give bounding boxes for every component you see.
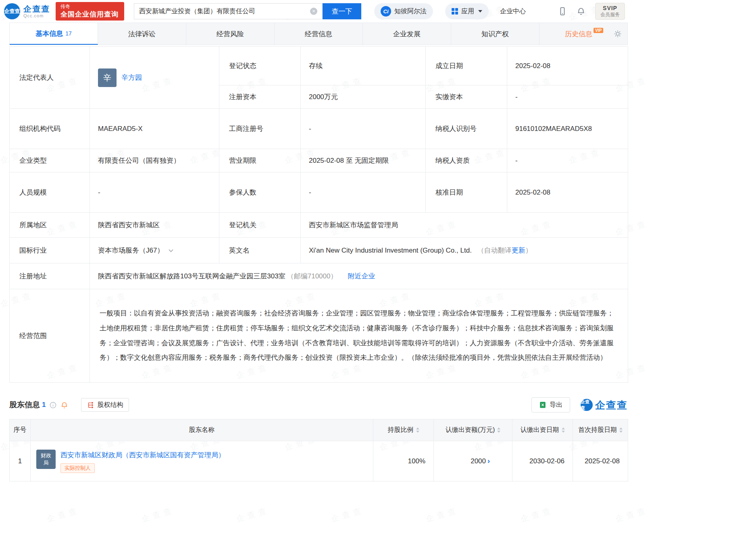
zhibi-icon: Ci (381, 6, 391, 17)
value-establishment-date: 2025-02-08 (507, 47, 628, 85)
shareholders-title: 股东信息 (9, 400, 40, 410)
nearby-companies-link[interactable]: 附近企业 (348, 271, 375, 282)
col-index: 序号 (10, 419, 31, 441)
sort-icon[interactable] (562, 427, 565, 433)
label-taxpayer-qualification: 纳税人资质 (426, 149, 507, 172)
auto-translate-note: （自动翻译 (477, 245, 512, 256)
notification-bell-icon[interactable] (577, 7, 585, 16)
shareholders-section: 股东信息 1 (0, 397, 631, 481)
value-region: 陕西省西安市新城区 (90, 213, 219, 238)
shareholders-header: 股东信息 1 (9, 397, 628, 413)
subscribed-date: 2030-02-06 (512, 441, 573, 481)
enterprise-center-link[interactable]: 企业中心 (500, 7, 526, 16)
col-first-hold-date[interactable]: 首次持股日期 (573, 419, 628, 441)
label-registered-address: 注册地址 (10, 263, 90, 289)
label-insured-count: 参保人数 (219, 172, 301, 213)
shareholder-avatar[interactable]: 财政局 (36, 450, 56, 469)
col-subscribed-amount[interactable]: 认缴出资额(万元) (434, 419, 512, 441)
qcc-page: 企查查 企查查 Qcc.com 传奇 全国企业信用查询 × 查一下 Ci 知彼阿… (0, 0, 631, 481)
promo-tagline: 传奇 (60, 4, 119, 10)
value-legal-representative: 辛 辛方园 (90, 47, 219, 109)
value-approval-date: 2025-02-08 (507, 172, 628, 213)
svip-title: SVIP (603, 5, 617, 12)
tab-intellectual-property[interactable]: 知识产权 (451, 23, 539, 45)
amount-detail-chevron-icon[interactable]: › (487, 457, 490, 465)
label-org-code: 组织机构代码 (10, 109, 90, 149)
value-industry: 资本市场服务（J67） (90, 238, 219, 263)
apps-grid-icon (452, 8, 458, 15)
label-business-reg-number: 工商注册号 (219, 109, 301, 149)
shareholder-name-link[interactable]: 西安市新城区财政局（西安市新城区国有资产管理局） (60, 450, 225, 460)
col-subscribe-date[interactable]: 认缴出资日期 (512, 419, 573, 441)
search-input[interactable] (139, 8, 310, 15)
subscribed-amount: 2000› (434, 441, 512, 481)
label-paid-in-capital: 实缴资本 (426, 85, 507, 109)
value-business-reg-number: - (301, 109, 426, 149)
label-region: 所属地区 (10, 213, 90, 238)
search-button[interactable]: 查一下 (323, 3, 361, 19)
sort-icon[interactable] (416, 427, 419, 433)
settings-gear-icon[interactable] (614, 30, 622, 38)
shareholder-row: 1 财政局 西安市新城区财政局（西安市新城区国有资产管理局） 实际控制人 100… (10, 441, 628, 481)
top-header: 企查查 企查查 Qcc.com 传奇 全国企业信用查询 × 查一下 Ci 知彼阿… (0, 0, 631, 23)
col-shareholding-ratio[interactable]: 持股比例 (373, 419, 434, 441)
tab-history-info[interactable]: 历史信息 VIP (539, 23, 627, 45)
value-staff-size: - (90, 172, 219, 213)
mobile-app-icon[interactable] (558, 7, 567, 16)
promo-badge[interactable]: 传奇 全国企业信用查询 (56, 2, 124, 21)
tab-operation-info[interactable]: 经营信息 (275, 23, 363, 45)
industry-expand-chevron-icon[interactable] (168, 247, 174, 254)
qcc-brand-icon: 企查查 (581, 399, 593, 411)
shareholders-header-row: 序号 股东名称 持股比例 认缴出资额(万元) 认缴出资日期 首次持股日期 (10, 419, 628, 441)
shareholder-name-cell: 财政局 西安市新城区财政局（西安市新城区国有资产管理局） 实际控制人 (31, 441, 373, 481)
sort-icon[interactable] (619, 427, 623, 433)
tab-count: 17 (65, 30, 72, 37)
monitor-bell-icon[interactable] (60, 401, 68, 409)
update-translation-link[interactable]: 更新 (512, 245, 525, 256)
value-paid-in-capital: - (507, 85, 628, 109)
qcc-logo-icon: 企查查 (4, 3, 20, 19)
value-taxpayer-qualification: - (507, 149, 628, 172)
value-business-term: 2025-02-08 至 无固定期限 (301, 149, 426, 172)
promo-title: 全国企业信用查询 (60, 10, 119, 19)
sort-icon[interactable] (497, 427, 500, 433)
tab-basic-info[interactable]: 基本信息 17 (10, 23, 98, 45)
value-company-type: 有限责任公司（国有独资） (90, 149, 219, 172)
tab-legal-litigation[interactable]: 法律诉讼 (98, 23, 186, 45)
value-business-scope: 一般项目：以自有资金从事投资活动；融资咨询服务；社会经济咨询服务；企业管理；园区… (90, 289, 628, 383)
equity-structure-button[interactable]: 股权结构 (81, 398, 129, 412)
legal-rep-avatar[interactable]: 辛 (98, 68, 117, 87)
value-taxpayer-id: 91610102MAEARAD5X8 (507, 109, 628, 149)
clear-search-icon[interactable]: × (310, 8, 317, 15)
tab-operation-risk[interactable]: 经营风险 (186, 23, 275, 45)
shareholders-table: 序号 股东名称 持股比例 认缴出资额(万元) 认缴出资日期 首次持股日期 1 财… (9, 419, 628, 481)
export-button[interactable]: 导出 (531, 397, 570, 413)
svip-badge[interactable]: SVIP 会员服务 (595, 3, 625, 19)
label-business-scope: 经营范围 (10, 289, 90, 383)
vip-badge: VIP (594, 28, 603, 33)
value-insured-count: - (301, 172, 426, 213)
zhibi-alpha-button[interactable]: Ci 知彼阿尔法 (374, 3, 433, 19)
value-registered-address: 陕西省西安市新城区解放路103号互联网金融产业园三层303室 （邮编710000… (90, 263, 628, 289)
postcode-note: （邮编710000） (287, 271, 337, 282)
info-icon[interactable] (50, 402, 56, 409)
excel-icon (539, 401, 546, 409)
equity-structure-icon (87, 402, 94, 409)
label-establishment-date: 成立日期 (426, 47, 507, 85)
apps-menu-button[interactable]: 应用 (445, 3, 489, 19)
value-english-name: Xi'an New City Industrial Investment (Gr… (301, 238, 628, 263)
actual-controller-tag: 实际控制人 (60, 463, 95, 473)
value-org-code: MAEARAD5-X (90, 109, 219, 149)
shareholders-count: 1 (42, 401, 46, 409)
qcc-brand-logo[interactable]: 企查查 企查查 (581, 398, 628, 412)
label-registration-status: 登记状态 (219, 47, 301, 85)
value-registration-status: 存续 (301, 47, 426, 85)
shareholding-ratio: 100% (373, 441, 434, 481)
legal-rep-name-link[interactable]: 辛方园 (121, 73, 142, 83)
label-registration-authority: 登记机关 (219, 213, 301, 238)
label-industry: 国标行业 (10, 238, 90, 263)
tab-company-development[interactable]: 企业发展 (363, 23, 451, 45)
brand-domain: Qcc.com (23, 13, 50, 18)
qcc-logo[interactable]: 企查查 企查查 Qcc.com (4, 3, 50, 19)
value-registered-capital: 2000万元 (301, 85, 426, 109)
